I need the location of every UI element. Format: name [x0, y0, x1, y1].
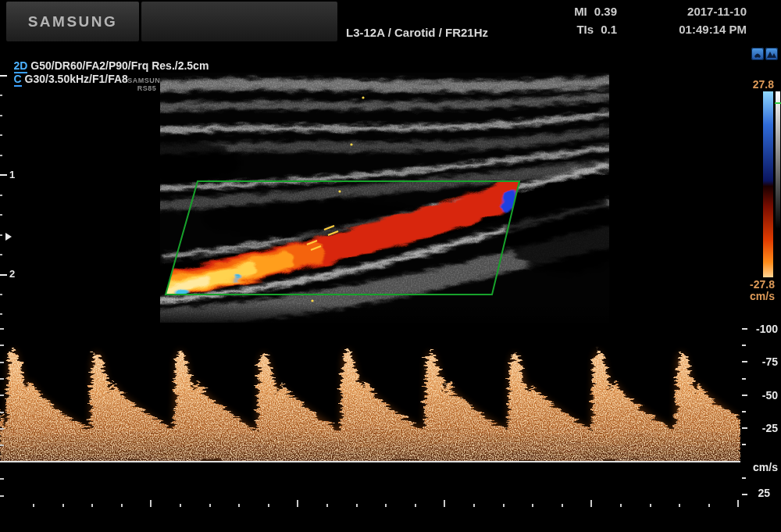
- spectral-left-ticks: [0, 327, 6, 507]
- ruler-tick: [742, 494, 747, 495]
- ruler-tick: [742, 444, 746, 445]
- tis-value: 0.1: [601, 23, 617, 36]
- probe-icon[interactable]: [751, 48, 764, 60]
- ruler-tick: [0, 95, 2, 96]
- ruler-tick: [0, 214, 2, 216]
- ruler-tick: [121, 504, 123, 507]
- ruler-tick: [0, 412, 4, 413]
- ultrasound-screen: SAMSUNG L3-12A / Carotid / FR21Hz MI 0.3…: [0, 0, 781, 532]
- ruler-tick: [0, 134, 2, 136]
- depth-label-1: 1: [9, 169, 19, 180]
- ruler-tick: [650, 504, 651, 507]
- ruler-tick: [209, 504, 211, 507]
- time-display: 01:49:14 PM: [625, 23, 747, 36]
- ruler-tick: [0, 445, 4, 446]
- velocity-scale: -100 -75 -50 -25 cm/s 25: [740, 323, 781, 510]
- velocity-label-below: 25: [750, 487, 770, 499]
- ruler-tick: [0, 378, 4, 380]
- ruler-tick: [742, 378, 746, 380]
- dual-display-icon[interactable]: [765, 48, 778, 60]
- velocity-label-100: -100: [750, 323, 778, 335]
- depth-ruler: 1 2: [0, 73, 23, 330]
- ruler-tick: [0, 294, 2, 295]
- ruler-tick: [679, 504, 680, 507]
- color-doppler-bar: [763, 91, 773, 277]
- ruler-tick: [150, 500, 152, 507]
- ruler-tick: [742, 477, 746, 479]
- ruler-tick: [0, 274, 7, 276]
- color-scale-unit: cm/s: [740, 290, 775, 302]
- color-scale-max: 27.8: [744, 78, 774, 91]
- ruler-tick: [0, 234, 2, 236]
- ruler-tick: [742, 345, 746, 346]
- spectral-baseline[interactable]: [0, 461, 740, 462]
- ruler-tick: [91, 504, 93, 507]
- tis-label: TIs: [576, 23, 594, 36]
- gray-scale-bar: [776, 91, 780, 229]
- ruler-tick: [444, 500, 445, 507]
- ruler-tick: [737, 500, 739, 507]
- time-ruler: [0, 500, 781, 511]
- ruler-tick: [356, 504, 358, 507]
- mi-readout: MI 0.39: [539, 5, 617, 18]
- velocity-label-75: -75: [750, 355, 778, 368]
- ruler-tick: [0, 155, 2, 156]
- ruler-tick: [742, 395, 747, 396]
- ruler-tick: [268, 504, 269, 507]
- ruler-tick: [62, 504, 64, 507]
- gray-scale-marker: [775, 102, 781, 104]
- samsung-logo: SAMSUNG: [6, 13, 139, 30]
- ruler-tick: [415, 504, 416, 507]
- exam-info: L3-12A / Carotid / FR21Hz: [346, 26, 488, 39]
- ruler-tick: [590, 500, 592, 507]
- ruler-tick: [238, 504, 240, 507]
- ruler-tick: [0, 313, 2, 315]
- ruler-tick: [0, 115, 2, 116]
- tis-readout: TIs 0.1: [539, 23, 617, 36]
- ruler-tick: [0, 428, 4, 430]
- color-scale: 27.8 -27.8 cm/s: [738, 77, 781, 307]
- velocity-label-25: -25: [750, 422, 778, 434]
- ruler-tick: [297, 500, 298, 507]
- ruler-tick: [0, 174, 7, 176]
- spectral-display: [0, 323, 740, 462]
- ruler-tick: [742, 328, 747, 330]
- color-mode-text: G30/3.50kHz/F1/FA8: [25, 73, 128, 85]
- depth-label-2: 2: [9, 268, 19, 280]
- mi-value: 0.39: [594, 5, 617, 18]
- b-mode-image: [160, 73, 609, 328]
- ruler-tick: [473, 504, 475, 507]
- header-center-panel: [141, 2, 337, 41]
- focus-marker-icon[interactable]: [5, 233, 12, 241]
- ruler-tick: [0, 395, 4, 396]
- date-display: 2017-11-10: [625, 5, 747, 18]
- velocity-ticks: [742, 323, 750, 510]
- ruler-tick: [620, 504, 622, 507]
- header-left-panel: SAMSUNG: [6, 2, 139, 41]
- ruler-tick: [0, 362, 4, 363]
- ruler-tick: [33, 504, 34, 507]
- velocity-label-50: -50: [750, 389, 778, 402]
- ruler-tick: [0, 328, 4, 330]
- ruler-tick: [742, 411, 746, 412]
- ruler-tick: [0, 195, 2, 196]
- ruler-tick: [180, 504, 181, 507]
- ruler-tick: [742, 427, 747, 429]
- mi-label: MI: [574, 5, 587, 18]
- ruler-tick: [385, 504, 387, 507]
- ruler-tick: [326, 504, 328, 507]
- ruler-tick: [562, 504, 563, 507]
- ruler-tick: [708, 504, 710, 507]
- ruler-tick: [742, 361, 747, 362]
- ruler-tick: [0, 478, 4, 480]
- ruler-tick: [0, 495, 4, 497]
- ruler-tick: [503, 504, 505, 507]
- ruler-tick: [0, 345, 4, 346]
- velocity-unit: cm/s: [748, 461, 778, 473]
- ruler-tick: [0, 254, 2, 255]
- color-scale-min: -27.8: [740, 278, 775, 291]
- ruler-tick: [532, 504, 533, 507]
- ruler-tick: [0, 75, 7, 77]
